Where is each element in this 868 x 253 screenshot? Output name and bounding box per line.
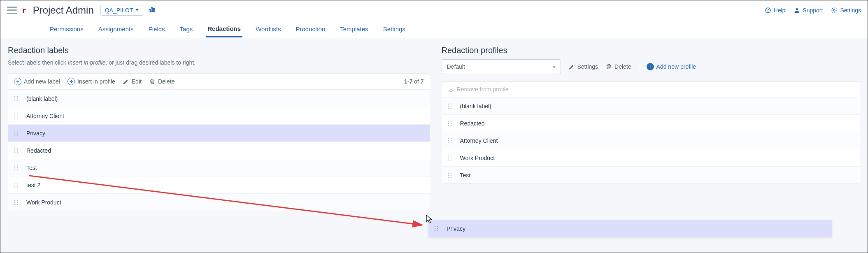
insert-in-profile-button[interactable]: Insert in profile [67, 78, 115, 85]
drag-handle-icon[interactable] [14, 182, 18, 188]
drag-handle-icon[interactable] [434, 226, 438, 232]
svg-point-30 [17, 152, 18, 153]
svg-point-53 [448, 107, 449, 109]
help-icon [765, 7, 771, 14]
label-row[interactable]: Test [8, 159, 430, 176]
drag-handle-icon[interactable] [448, 172, 452, 178]
profile-row[interactable]: Work Product [442, 149, 860, 166]
profile-row[interactable]: Redacted [442, 114, 860, 132]
svg-point-5 [796, 8, 798, 10]
help-link[interactable]: Help [765, 7, 786, 14]
label-row[interactable]: (blank label) [8, 90, 430, 107]
drag-handle-icon[interactable] [14, 130, 18, 136]
settings-link[interactable]: Settings [831, 7, 861, 14]
tab-fields[interactable]: Fields [147, 21, 167, 37]
label-row[interactable]: test 2 [8, 176, 430, 193]
drag-handle-icon[interactable] [448, 103, 452, 109]
tab-permissions[interactable]: Permissions [48, 21, 85, 37]
svg-point-59 [448, 125, 449, 126]
svg-rect-2 [154, 9, 155, 12]
remove-from-profile-button[interactable]: Remove from profile [448, 86, 509, 93]
profile-delete-button[interactable]: Delete [605, 63, 631, 70]
tab-settings[interactable]: Settings [382, 21, 407, 37]
svg-point-34 [17, 167, 18, 168]
svg-point-74 [450, 172, 451, 174]
svg-rect-1 [151, 8, 153, 12]
svg-point-72 [450, 159, 451, 160]
label-row[interactable]: Attorney Client [8, 107, 430, 124]
svg-point-79 [435, 226, 436, 227]
drag-handle-icon[interactable] [14, 165, 18, 171]
svg-point-29 [14, 152, 16, 153]
dragging-row[interactable]: Privacy [428, 220, 832, 237]
svg-point-8 [17, 96, 18, 97]
svg-point-46 [17, 202, 18, 203]
drag-handle-icon[interactable] [14, 96, 18, 102]
support-link[interactable]: Support [794, 7, 823, 14]
add-profile-button[interactable]: + Add new profile [647, 63, 696, 70]
svg-point-20 [17, 130, 18, 132]
svg-point-6 [833, 9, 835, 11]
svg-point-82 [437, 228, 438, 230]
svg-point-31 [14, 165, 16, 166]
gear-icon [831, 7, 838, 14]
label-row[interactable]: Redacted [8, 142, 430, 159]
tab-templates[interactable]: Templates [338, 21, 370, 37]
svg-rect-0 [149, 9, 150, 12]
drag-handle-icon[interactable] [14, 148, 18, 153]
drag-handle-icon[interactable] [14, 113, 18, 119]
label-row[interactable]: Privacy [8, 124, 430, 142]
profiles-controls: Default ▾ Settings Delete + Add new prof… [442, 59, 861, 74]
project-selector[interactable]: QA_PILOT [100, 5, 143, 16]
profile-label-text: Redacted [460, 120, 485, 127]
drag-handle-icon[interactable] [448, 121, 452, 126]
svg-point-68 [450, 155, 451, 156]
svg-point-32 [17, 165, 18, 166]
label-row[interactable]: Work Product [8, 193, 430, 211]
profiles-card: Remove from profile (blank label) Redact… [442, 81, 861, 184]
svg-point-77 [448, 176, 449, 178]
tab-tags[interactable]: Tags [178, 21, 195, 37]
svg-point-62 [450, 138, 451, 139]
svg-point-56 [450, 121, 451, 122]
dragging-label-text: Privacy [447, 225, 465, 232]
label-text: (blank label) [26, 95, 58, 102]
edit-label-button[interactable]: Edit [123, 78, 142, 85]
svg-point-21 [14, 132, 16, 134]
arrow-right-icon [67, 78, 75, 85]
eraser-icon [448, 86, 454, 93]
drag-handle-icon[interactable] [448, 138, 452, 144]
svg-point-80 [437, 226, 438, 227]
profile-row[interactable]: Attorney Client [442, 132, 860, 149]
profiles-title: Redaction profiles [442, 46, 861, 55]
profile-settings-button[interactable]: Settings [568, 63, 598, 70]
profiles-toolbar: Remove from profile [442, 82, 860, 97]
chart-icon[interactable] [148, 6, 156, 14]
svg-point-42 [17, 186, 18, 188]
profile-select[interactable]: Default ▾ [442, 59, 561, 74]
profile-label-text: Test [460, 172, 471, 179]
tab-production[interactable]: Production [294, 21, 327, 37]
tab-wordlists[interactable]: Wordlists [254, 21, 282, 37]
profile-row[interactable]: (blank label) [442, 97, 860, 114]
svg-point-41 [14, 186, 16, 188]
menu-icon[interactable] [7, 7, 17, 14]
tab-assignments[interactable]: Assignments [97, 21, 135, 37]
trash-icon [149, 78, 156, 85]
svg-point-9 [14, 98, 16, 99]
add-label-button[interactable]: + Add new label [14, 78, 60, 85]
svg-point-70 [450, 157, 451, 158]
profile-label-text: Attorney Client [460, 137, 498, 144]
svg-point-33 [14, 167, 16, 168]
profile-select-value: Default [447, 63, 465, 70]
svg-point-15 [14, 115, 16, 116]
svg-point-19 [14, 130, 16, 132]
profile-row[interactable]: Test [442, 166, 860, 183]
labels-subtitle: Select labels then click Insert in profi… [8, 59, 430, 66]
delete-label-button[interactable]: Delete [149, 78, 175, 85]
svg-point-55 [448, 121, 449, 122]
tab-redactions[interactable]: Redactions [206, 21, 242, 37]
drag-handle-icon[interactable] [14, 200, 18, 205]
drag-handle-icon[interactable] [448, 155, 452, 161]
svg-point-49 [448, 103, 449, 104]
